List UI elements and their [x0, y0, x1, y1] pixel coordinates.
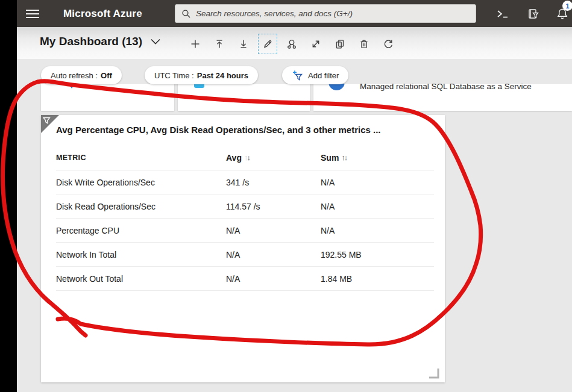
global-search[interactable] — [175, 4, 476, 23]
table-row: Network Out Total N/A 1.84 MB — [56, 267, 434, 291]
metric-name: Disk Write Operations/Sec — [56, 178, 226, 187]
refresh-button[interactable] — [376, 34, 400, 54]
table-row: Disk Write Operations/Sec 341 /s N/A — [56, 170, 434, 194]
pencil-icon — [262, 39, 273, 49]
azure-portal-window: Microsoft Azure — [17, 0, 572, 392]
clone-button[interactable] — [328, 34, 352, 54]
metric-sum: N/A — [321, 178, 434, 187]
new-dashboard-button[interactable] — [183, 34, 207, 54]
search-input[interactable] — [196, 9, 470, 18]
sql-database-tile[interactable]: Managed relational SQL Database as a Ser… — [313, 84, 572, 111]
metric-avg: N/A — [226, 226, 321, 235]
utc-time-value: Past 24 hours — [197, 71, 248, 80]
fullscreen-button[interactable] — [304, 34, 328, 54]
fullscreen-arrow-icon — [310, 39, 321, 49]
dashboard-tile[interactable] — [178, 84, 310, 111]
avg-label: Avg — [226, 153, 242, 163]
column-header-avg[interactable]: Avg ↑↓ — [226, 153, 321, 163]
utc-time-pill[interactable]: UTC Time : Past 24 hours — [145, 66, 258, 84]
download-icon — [238, 39, 249, 49]
column-header-sum[interactable]: Sum ↑↓ — [321, 153, 434, 163]
add-filter-label: Add filter — [308, 71, 339, 80]
tile-resize-handle[interactable] — [428, 367, 440, 379]
metric-avg: 341 /s — [226, 178, 321, 187]
add-filter-icon — [292, 69, 304, 81]
table-row: Percentage CPU N/A N/A — [56, 219, 434, 243]
search-icon — [181, 9, 191, 19]
metric-avg: N/A — [226, 274, 321, 284]
metric-name: Network In Total — [56, 250, 226, 260]
upload-icon — [214, 39, 225, 49]
delete-button[interactable] — [352, 34, 376, 54]
metric-name: Disk Read Operations/Sec — [56, 202, 226, 211]
page-title: My Dashboard (13) — [40, 35, 142, 48]
dashboard-command-bar: My Dashboard (13) — [17, 27, 572, 59]
utc-time-label: UTC Time : — [154, 71, 194, 80]
table-header-row: METRIC Avg ↑↓ Sum ↑↓ — [56, 145, 434, 170]
download-button[interactable] — [231, 34, 256, 54]
copy-pages-icon — [335, 39, 345, 49]
top-bar: Microsoft Azure — [17, 0, 572, 27]
sort-arrows-icon: ↑↓ — [341, 153, 347, 162]
upload-button[interactable] — [207, 34, 231, 54]
sort-arrows-icon: ↑↓ — [244, 153, 250, 162]
edit-dashboard-button[interactable] — [258, 34, 277, 54]
plus-icon — [190, 39, 201, 49]
metric-avg: N/A — [226, 250, 321, 260]
funnel-icon — [43, 117, 51, 125]
refresh-icon — [383, 39, 394, 49]
metric-sum: N/A — [321, 226, 434, 235]
cloud-shell-icon[interactable] — [492, 4, 512, 24]
chevron-down-icon — [149, 36, 162, 47]
toolbar — [183, 34, 400, 54]
trash-icon — [359, 39, 369, 49]
filter-pills-row: Auto refresh : Off UTC Time : Past 24 ho… — [17, 66, 572, 86]
metric-sum: 1.84 MB — [321, 274, 434, 284]
auto-refresh-label: Auto refresh : — [51, 71, 98, 80]
metrics-table-tile[interactable]: Avg Percentage CPU, Avg Disk Read Operat… — [41, 115, 445, 382]
metric-sum: 192.55 MB — [321, 250, 434, 260]
share-button[interactable] — [280, 34, 304, 54]
table-row: Disk Read Operations/Sec 114.57 /s N/A — [56, 194, 434, 219]
dashboard-tile[interactable] — [41, 84, 174, 111]
auto-refresh-value: Off — [101, 71, 112, 80]
metric-sum: N/A — [321, 202, 434, 211]
azure-brand-title[interactable]: Microsoft Azure — [63, 0, 142, 27]
notification-count-badge[interactable]: 1 — [562, 1, 572, 11]
directory-filter-icon[interactable] — [523, 4, 544, 24]
hamburger-menu-icon[interactable] — [23, 4, 42, 23]
metric-avg: 114.57 /s — [226, 202, 321, 211]
tiles-row: Managed relational SQL Database as a Ser… — [17, 84, 572, 111]
metrics-tile-title: Avg Percentage CPU, Avg Disk Read Operat… — [56, 125, 433, 135]
metric-name: Percentage CPU — [56, 226, 226, 235]
dashboard-title-dropdown[interactable]: My Dashboard (13) — [40, 35, 162, 48]
auto-refresh-pill[interactable]: Auto refresh : Off — [41, 66, 122, 84]
table-row: Network In Total N/A 192.55 MB — [56, 243, 434, 267]
column-header-metric: METRIC — [56, 154, 226, 162]
metrics-table: METRIC Avg ↑↓ Sum ↑↓ Disk Write Operatio… — [56, 145, 434, 291]
add-filter-button[interactable]: Add filter — [282, 66, 348, 84]
metric-name: Network Out Total — [56, 274, 226, 284]
sum-label: Sum — [321, 153, 339, 163]
share-icon — [286, 39, 297, 49]
